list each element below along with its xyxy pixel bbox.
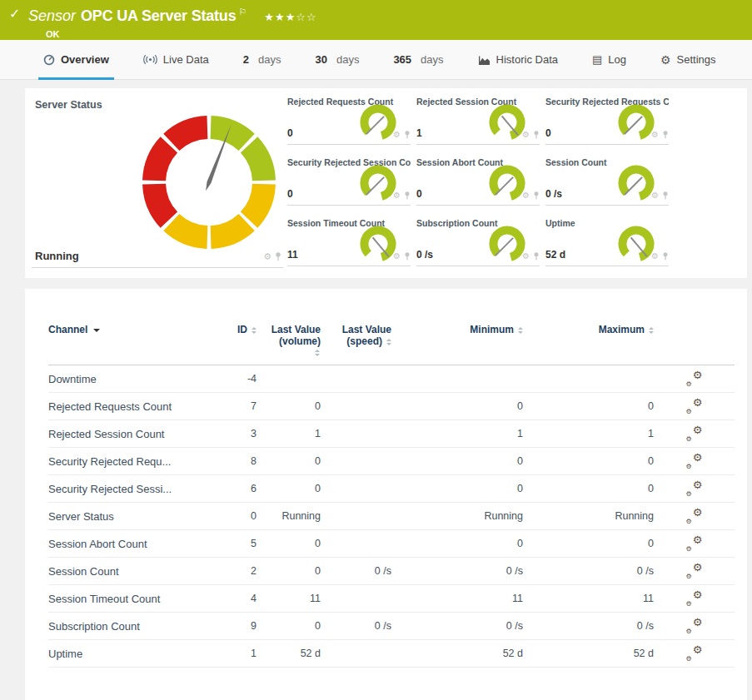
min-cell: 0 /s	[391, 613, 523, 640]
column-header-maximum[interactable]: Maximum	[523, 289, 654, 365]
gear-icon[interactable]: ⚙	[522, 251, 530, 261]
column-header-id[interactable]: ID	[223, 289, 256, 365]
channel-settings-icon[interactable]: ⚙⚙	[686, 398, 703, 413]
gear-icon[interactable]: ⚙	[522, 130, 530, 139]
channel-settings-icon[interactable]: ⚙⚙	[686, 563, 703, 578]
channel-settings-icon[interactable]: ⚙⚙	[686, 370, 703, 385]
mini-gauge-value: 0 /s	[416, 249, 433, 261]
pin-icon[interactable]	[662, 131, 669, 139]
sensor-header: ✓ SensorOPC UA Server Status⚐ ★★★☆☆ OK	[0, 0, 752, 40]
id-cell: -4	[223, 365, 256, 393]
gear-icon[interactable]: ⚙	[393, 130, 401, 139]
column-label: (speed)	[346, 335, 382, 347]
tab-settings[interactable]: ⚙ Settings	[660, 40, 716, 79]
gear-icon[interactable]: ⚙	[393, 191, 401, 200]
pin-icon[interactable]	[275, 252, 281, 261]
pin-icon[interactable]	[662, 191, 669, 200]
channel-settings-icon[interactable]: ⚙⚙	[686, 508, 703, 523]
mini-gauge-cell: Rejected Requests Count 0 ⚙	[287, 97, 411, 145]
channel-settings-icon[interactable]: ⚙⚙	[686, 535, 703, 550]
tab-live-data[interactable]: Live Data	[143, 40, 209, 79]
pin-icon[interactable]	[404, 131, 411, 139]
gear-icon[interactable]: ⚙	[651, 130, 659, 139]
mini-gauge-value: 11	[287, 249, 298, 261]
mini-gauge-cell: Session Abort Count 0 ⚙	[416, 157, 540, 206]
last_volume-cell: 1	[256, 420, 321, 448]
channel-actions-cell: ⚙⚙	[654, 613, 735, 640]
channels-table: Channel ID Last Value (volume) Last Valu…	[48, 289, 735, 668]
gear-icon[interactable]: ⚙	[393, 251, 401, 261]
channel-settings-icon[interactable]: ⚙⚙	[686, 480, 703, 495]
gear-icon[interactable]: ⚙	[263, 251, 271, 262]
max-cell	[523, 365, 654, 393]
last_volume-cell: 0	[256, 558, 321, 585]
column-label: Maximum	[599, 324, 645, 335]
column-header-channel[interactable]: Channel	[48, 289, 223, 365]
tab-label: Overview	[61, 53, 109, 66]
table-row: Security Rejected Requ...8000⚙⚙	[48, 448, 735, 475]
last_volume-cell: 0	[256, 448, 321, 475]
column-label: (volume)	[279, 335, 321, 347]
channel-actions-cell: ⚙⚙	[654, 503, 735, 530]
column-header-last-value-volume[interactable]: Last Value (volume)	[256, 289, 321, 365]
column-header-actions	[654, 289, 735, 365]
channel-name-cell: Session Timeout Count	[48, 585, 223, 613]
pin-icon[interactable]	[662, 252, 669, 261]
mini-gauge-value: 0 /s	[545, 188, 562, 200]
priority-stars[interactable]: ★★★☆☆	[264, 11, 316, 23]
tab-label: Live Data	[163, 53, 209, 66]
id-cell: 5	[223, 530, 256, 558]
gear-icon[interactable]: ⚙	[522, 191, 530, 200]
pin-icon[interactable]	[533, 191, 540, 200]
channel-name-cell: Rejected Session Count	[48, 420, 223, 448]
channel-settings-icon[interactable]: ⚙⚙	[686, 645, 703, 660]
pin-icon[interactable]	[533, 252, 540, 261]
min-cell: 11	[391, 585, 523, 613]
tab-historic-data[interactable]: Historic Data	[478, 40, 558, 79]
table-row: Session Timeout Count4111111⚙⚙	[48, 585, 735, 613]
tab-overview[interactable]: Overview	[43, 40, 109, 79]
mini-gauge-cell: Uptime 52 d ⚙	[545, 218, 669, 266]
last_volume-cell: 0	[256, 393, 321, 420]
tab-log[interactable]: ▤ Log	[592, 40, 626, 79]
table-row: Rejected Session Count3111⚙⚙	[48, 420, 735, 448]
channel-settings-icon[interactable]: ⚙⚙	[686, 425, 703, 440]
tab-30-days[interactable]: 30days	[315, 40, 359, 79]
min-cell: 0	[391, 448, 523, 475]
pin-icon[interactable]	[404, 191, 411, 200]
channel-actions-cell: ⚙⚙	[654, 475, 735, 503]
mini-gauge-cell: Security Rejected Requests C... 0 ⚙	[545, 97, 669, 145]
mini-gauge-value: 0	[545, 127, 551, 139]
table-row: Downtime-4⚙⚙	[48, 365, 735, 393]
mini-gauge-value: 52 d	[545, 249, 565, 261]
last_speed-cell	[321, 640, 391, 668]
table-row: Server Status0RunningRunningRunning⚙⚙	[48, 503, 735, 530]
channel-settings-icon[interactable]: ⚙⚙	[686, 453, 703, 468]
gear-icon[interactable]: ⚙	[651, 191, 659, 200]
tab-365-days[interactable]: 365days	[393, 40, 443, 79]
channel-settings-icon[interactable]: ⚙⚙	[686, 618, 703, 633]
last_speed-cell	[321, 585, 391, 613]
tab-day-count: 2	[243, 53, 249, 66]
channel-name-cell: Downtime	[48, 365, 223, 393]
id-cell: 9	[223, 613, 256, 640]
flag-icon[interactable]: ⚐	[238, 7, 247, 17]
last_volume-cell	[256, 365, 321, 393]
channel-settings-icon[interactable]: ⚙⚙	[686, 590, 703, 605]
gear-icon[interactable]: ⚙	[651, 251, 659, 261]
max-cell: 0 /s	[523, 613, 654, 640]
channel-actions-cell: ⚙⚙	[654, 558, 735, 585]
column-header-last-value-speed[interactable]: Last Value (speed)	[321, 289, 391, 365]
chart-icon	[478, 55, 491, 65]
tab-label: days	[421, 53, 443, 66]
channel-actions-cell: ⚙⚙	[654, 585, 735, 613]
column-header-minimum[interactable]: Minimum	[391, 289, 523, 365]
last_speed-cell	[321, 365, 391, 393]
min-cell: 0	[391, 530, 523, 558]
pin-icon[interactable]	[533, 131, 540, 139]
pin-icon[interactable]	[404, 252, 411, 261]
min-cell: 0	[391, 475, 523, 503]
channel-name-cell: Security Rejected Requ...	[48, 448, 223, 475]
channel-actions-cell: ⚙⚙	[654, 393, 735, 420]
tab-2-days[interactable]: 2days	[243, 40, 281, 79]
